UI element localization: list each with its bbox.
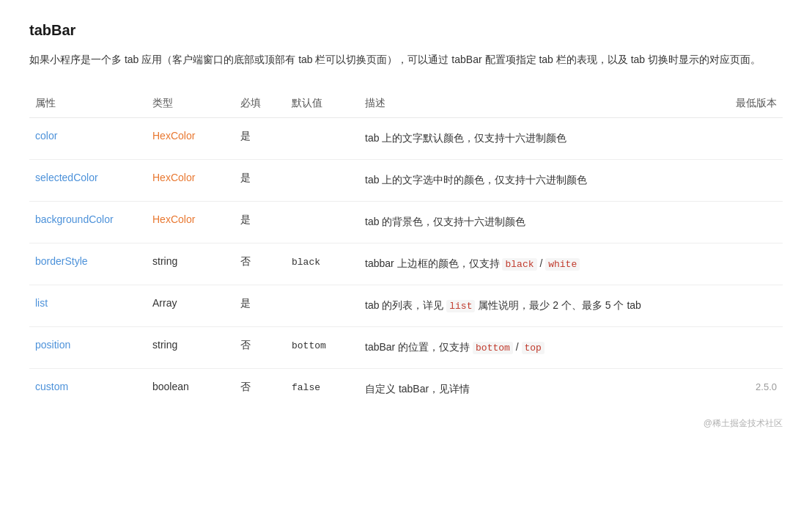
attr-position: position bbox=[35, 339, 70, 351]
version-empty bbox=[709, 118, 783, 160]
version-empty3 bbox=[709, 201, 783, 243]
attr-backgroundcolor-link[interactable]: backgroundColor bbox=[35, 213, 114, 225]
header-desc: 描述 bbox=[359, 89, 709, 118]
type-hexcolor3: HexColor bbox=[152, 213, 195, 225]
header-default: 默认值 bbox=[286, 89, 359, 118]
type-array: Array bbox=[152, 297, 177, 309]
code-bottom: bottom bbox=[473, 342, 513, 354]
required-yes: 是 bbox=[235, 118, 286, 160]
header-required: 必填 bbox=[235, 89, 286, 118]
version-empty2 bbox=[709, 159, 783, 201]
header-version: 最低版本 bbox=[709, 89, 783, 118]
header-attr: 属性 bbox=[29, 89, 147, 118]
type-boolean: boolean bbox=[152, 381, 189, 392]
table-row: selectedColor HexColor 是 tab 上的文字选中时的颜色，… bbox=[29, 159, 783, 201]
page-description: 如果小程序是一个多 tab 应用（客户端窗口的底部或顶部有 tab 栏可以切换页… bbox=[29, 51, 783, 69]
code-white: white bbox=[545, 258, 580, 271]
version-empty6 bbox=[709, 326, 783, 368]
page-title: tabBar bbox=[29, 22, 783, 39]
table-row: borderStyle string 否 black tabbar 上边框的颜色… bbox=[29, 243, 783, 285]
default-bottom: bottom bbox=[292, 340, 326, 351]
required-no3: 否 bbox=[235, 368, 286, 409]
table-row: position string 否 bottom tabBar 的位置，仅支持 … bbox=[29, 326, 783, 368]
attr-color-link[interactable]: color bbox=[35, 130, 57, 142]
table-row: custom boolean 否 false 自定义 tabBar，见详情 2.… bbox=[29, 368, 783, 409]
header-type: 类型 bbox=[147, 89, 235, 118]
default-black: black bbox=[292, 257, 320, 268]
required-no2: 否 bbox=[235, 326, 286, 368]
type-hexcolor2: HexColor bbox=[152, 172, 195, 183]
properties-table: 属性 类型 必填 默认值 描述 最低版本 color HexColor 是 ta… bbox=[29, 89, 783, 409]
attr-selectedcolor-link[interactable]: selectedColor bbox=[35, 172, 98, 183]
table-row: color HexColor 是 tab 上的文字默认颜色，仅支持十六进制颜色 bbox=[29, 118, 783, 160]
default-false: false bbox=[292, 382, 320, 393]
attr-custom: custom bbox=[35, 381, 68, 392]
required-yes2: 是 bbox=[235, 159, 286, 201]
table-row: backgroundColor HexColor 是 tab 的背景色，仅支持十… bbox=[29, 201, 783, 243]
desc-color: tab 上的文字默认颜色，仅支持十六进制颜色 bbox=[365, 132, 566, 144]
code-list: list bbox=[446, 300, 475, 312]
version-empty5 bbox=[709, 285, 783, 326]
default-empty4 bbox=[286, 285, 359, 326]
required-yes3: 是 bbox=[235, 201, 286, 243]
type-string: string bbox=[152, 255, 177, 267]
type-hexcolor: HexColor bbox=[152, 130, 195, 142]
code-top: top bbox=[522, 342, 545, 354]
code-black: black bbox=[502, 258, 536, 271]
version-empty4 bbox=[709, 243, 783, 285]
default-empty bbox=[286, 118, 359, 160]
required-no: 否 bbox=[235, 243, 286, 285]
desc-list: tab 的列表，详见 list 属性说明，最少 2 个、最多 5 个 tab bbox=[365, 299, 641, 311]
version-250: 2.5.0 bbox=[756, 381, 777, 392]
table-row: list Array 是 tab 的列表，详见 list 属性说明，最少 2 个… bbox=[29, 285, 783, 326]
default-empty2 bbox=[286, 159, 359, 201]
watermark: @稀土掘金技术社区 bbox=[29, 417, 783, 430]
desc-selectedcolor: tab 上的文字选中时的颜色，仅支持十六进制颜色 bbox=[365, 174, 587, 186]
attr-list-link[interactable]: list bbox=[35, 297, 48, 309]
desc-borderstyle: tabbar 上边框的颜色，仅支持 black / white bbox=[365, 257, 580, 269]
default-empty3 bbox=[286, 201, 359, 243]
type-string2: string bbox=[152, 339, 177, 351]
desc-position: tabBar 的位置，仅支持 bottom / top bbox=[365, 341, 545, 353]
attr-borderstyle: borderStyle bbox=[35, 255, 88, 267]
required-yes4: 是 bbox=[235, 285, 286, 326]
desc-custom: 自定义 tabBar，见详情 bbox=[365, 383, 470, 395]
desc-backgroundcolor: tab 的背景色，仅支持十六进制颜色 bbox=[365, 216, 525, 227]
